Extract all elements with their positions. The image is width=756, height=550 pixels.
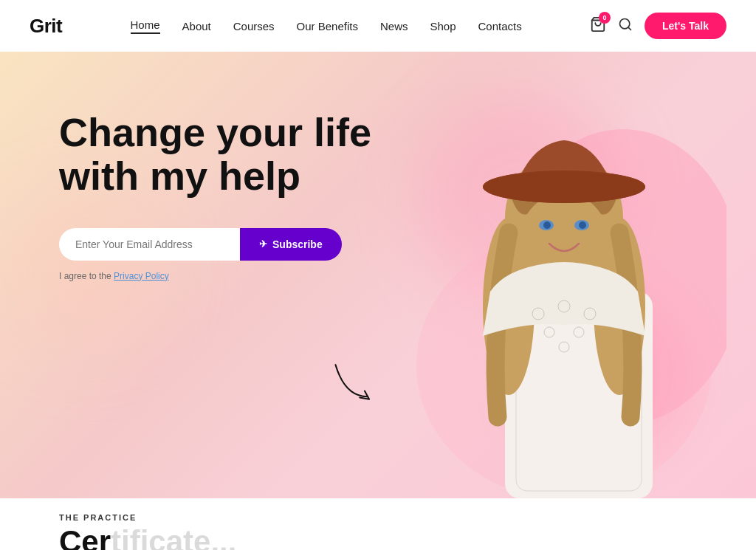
nav-item-home[interactable]: Home (131, 18, 160, 34)
search-icon (618, 17, 633, 32)
plane-icon: ✈ (259, 238, 267, 250)
nav-item-news[interactable]: News (380, 20, 408, 32)
header-actions: 0 Let's Talk (590, 13, 726, 39)
svg-point-17 (483, 171, 645, 203)
bottom-section: THE PRACTICE Certificate... (0, 498, 756, 550)
privacy-policy-link[interactable]: Privacy Policy (114, 271, 169, 281)
svg-point-14 (543, 221, 551, 229)
header: Grit Home About Courses Our Benefits New… (0, 0, 756, 52)
nav-item-about[interactable]: About (182, 20, 211, 32)
hero-image (372, 52, 756, 498)
logo: Grit (30, 15, 62, 38)
nav-item-benefits[interactable]: Our Benefits (297, 20, 358, 32)
nav-item-contacts[interactable]: Contacts (478, 20, 522, 32)
svg-point-15 (579, 221, 586, 229)
hero-section: Change your life with my help ✈ Subscrib… (0, 52, 756, 498)
privacy-text: I agree to the Privacy Policy (59, 271, 371, 281)
search-button[interactable] (618, 17, 633, 35)
nav-item-shop[interactable]: Shop (430, 20, 456, 32)
cart-button[interactable]: 0 (590, 16, 606, 35)
email-input[interactable] (59, 228, 240, 261)
nav-item-courses[interactable]: Courses (233, 20, 275, 32)
cart-badge: 0 (599, 12, 611, 24)
svg-line-2 (628, 27, 631, 30)
main-nav: Home About Courses Our Benefits News Sho… (131, 18, 522, 34)
bottom-heading: Certificate... (59, 526, 697, 550)
arrow-decoration (321, 357, 388, 415)
subscribe-button[interactable]: ✈ Subscribe (240, 228, 342, 261)
arrow-svg (322, 357, 388, 410)
email-form: ✈ Subscribe (59, 228, 371, 261)
lets-talk-button[interactable]: Let's Talk (645, 13, 726, 39)
hero-title: Change your life with my help (59, 111, 371, 199)
person-svg (402, 70, 726, 498)
hero-content: Change your life with my help ✈ Subscrib… (59, 111, 371, 281)
section-label: THE PRACTICE (59, 513, 697, 522)
